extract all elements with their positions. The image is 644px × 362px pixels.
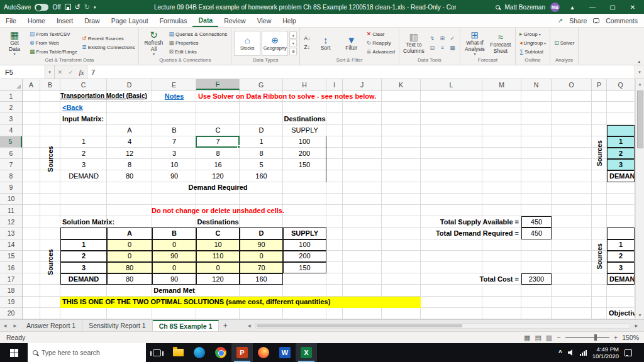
clock[interactable]: 4:49 PM 10/1/2020 <box>592 346 619 359</box>
network-icon[interactable] <box>580 350 587 356</box>
cell-H4[interactable]: SUPPLY <box>283 125 326 136</box>
page-break-view-icon[interactable]: ▥ <box>546 334 552 341</box>
cell-Q7[interactable]: 3 <box>607 159 635 170</box>
expand-formula-bar-icon[interactable]: ▾ <box>635 65 644 79</box>
cell-D7[interactable]: 8 <box>107 159 152 170</box>
row-header-12[interactable]: 12 <box>0 216 22 228</box>
ribbon-sort-button[interactable]: ↕Sort <box>314 29 338 57</box>
cell-C12[interactable]: Solution Matrix: <box>60 216 107 228</box>
tab-page-layout[interactable]: Page Layout <box>106 14 154 27</box>
ribbon-filter-button[interactable]: ▼Filter <box>340 29 364 57</box>
row-header-15[interactable]: 15 <box>0 251 22 262</box>
horizontal-scroll-thumb[interactable] <box>257 324 462 327</box>
tab-view[interactable]: View <box>252 14 277 27</box>
ribbon-recent-sources-button[interactable]: ↺Recent Sources <box>80 35 136 43</box>
row-header-16[interactable]: 16 <box>0 262 22 273</box>
cell-E4[interactable]: B <box>152 125 196 136</box>
row-header-7[interactable]: 7 <box>0 159 22 170</box>
taskbar-task-view-button[interactable] <box>146 343 167 362</box>
cell-H5[interactable]: 100 <box>283 136 326 148</box>
zoom-out-icon[interactable]: − <box>557 334 560 341</box>
row-header-9[interactable]: 9 <box>0 182 22 194</box>
formula-input[interactable]: 7 <box>87 65 635 79</box>
cell-D14[interactable]: 0 <box>107 239 152 251</box>
new-sheet-button[interactable]: + <box>219 320 231 331</box>
normal-view-icon[interactable]: ▦ <box>524 334 530 341</box>
ribbon-sort-az-button[interactable]: A↓ <box>303 35 312 43</box>
collapse-ribbon-icon[interactable]: ▴ <box>638 59 640 64</box>
cell-Q5[interactable]: 1 <box>607 136 635 148</box>
column-header-g[interactable]: G <box>240 79 283 90</box>
row-header-11[interactable]: 11 <box>0 205 22 216</box>
taskbar-excel-button[interactable]: X <box>296 343 317 362</box>
sheet-tab-sensitivity-report-1[interactable]: Sensitivity Report 1 <box>82 320 152 331</box>
cell-F13[interactable]: C <box>196 228 240 239</box>
column-header-h[interactable]: H <box>283 79 326 90</box>
horizontal-scroll-track[interactable] <box>255 323 630 329</box>
ribbon-ungroup-button[interactable]: ◂Ungroup▾ <box>518 39 547 47</box>
cell-G8[interactable]: 160 <box>240 170 283 182</box>
cell-H3[interactable]: Destinations <box>283 113 326 124</box>
ribbon-stocks-tile[interactable]: ⌂Stocks <box>234 31 260 56</box>
ribbon-group-button[interactable]: ▸Group▾ <box>518 30 547 38</box>
vertical-scrollbar[interactable]: ▲ ▼ <box>635 79 644 319</box>
ribbon-existing-connections-button[interactable]: ≣Existing Connections <box>80 43 136 52</box>
row-header-8[interactable]: 8 <box>0 170 22 182</box>
cell-D5[interactable]: 4 <box>107 136 152 148</box>
gallery-more-icon[interactable]: ≣ <box>289 48 297 55</box>
search-icon[interactable] <box>496 5 500 9</box>
cell-C14[interactable]: 1 <box>60 239 107 251</box>
taskbar-chrome-button[interactable] <box>210 343 231 362</box>
column-header-b[interactable]: B <box>40 79 60 90</box>
ribbon-manage-data-model-button[interactable]: ▦ <box>448 43 457 52</box>
tab-insert[interactable]: Insert <box>51 14 79 27</box>
horizontal-scrollbar[interactable]: ◄ ► <box>244 320 641 331</box>
sheet-nav-left-icon[interactable]: ◄ <box>0 320 10 331</box>
cell-N13[interactable]: 450 <box>521 228 552 239</box>
column-header-p[interactable]: P <box>592 79 607 90</box>
zoom-level[interactable]: 150% <box>622 334 639 341</box>
vertical-scroll-thumb[interactable] <box>637 90 643 148</box>
cell-C3[interactable]: Input Matrix: <box>60 113 107 124</box>
ribbon-from-web-button[interactable]: ⊕From Web <box>28 39 79 47</box>
ribbon-reapply-button[interactable]: ↻Reapply <box>365 39 396 47</box>
cell-G15[interactable]: 0 <box>240 251 283 262</box>
cell-P14[interactable]: Sources <box>592 239 607 274</box>
ribbon-data-validation-button[interactable]: ✓ <box>448 34 457 43</box>
cell-C1[interactable]: Transportation Model (Basic) <box>60 90 152 102</box>
tab-formulas[interactable]: Formulas <box>154 14 193 27</box>
cell-B5[interactable]: Sources <box>40 136 60 182</box>
cell-C2[interactable]: <Back <box>60 102 107 113</box>
cell-C8[interactable]: DEMAND <box>60 170 107 182</box>
column-header-o[interactable]: O <box>552 79 592 90</box>
zoom-slider[interactable] <box>565 337 609 338</box>
ribbon-refresh-all-button[interactable]: ↻Refresh All▾ <box>142 29 165 57</box>
ribbon-queries-connections-button[interactable]: ▤Queries & Connections <box>167 30 228 38</box>
cell-E17[interactable]: 90 <box>152 273 196 285</box>
ribbon-edit-links-button[interactable]: ⊠Edit Links <box>167 48 228 56</box>
ribbon-sort-za-button[interactable]: Z↓ <box>303 43 312 52</box>
cell-C17[interactable]: DEMAND <box>60 273 107 285</box>
tab-help[interactable]: Help <box>277 14 302 27</box>
column-header-k[interactable]: K <box>382 79 421 90</box>
ribbon-remove-duplicates-button[interactable]: ⊞ <box>438 34 447 43</box>
cell-Q8[interactable]: DEMAND <box>607 170 635 182</box>
page-layout-view-icon[interactable]: ▤ <box>535 334 541 341</box>
share-button[interactable]: Share <box>569 17 587 25</box>
ribbon-flash-fill-button[interactable]: ↯ <box>428 34 437 43</box>
cell-F5[interactable]: 7 <box>196 136 240 148</box>
ribbon-geography-tile[interactable]: ⊕Geography <box>262 31 288 56</box>
cell-G13[interactable]: D <box>240 228 283 239</box>
zoom-slider-thumb[interactable] <box>594 334 597 341</box>
cell-Q20[interactable]: Objective <box>607 308 635 319</box>
cell-G16[interactable]: 70 <box>240 262 283 273</box>
cell-E18[interactable]: Demand Met <box>152 285 196 296</box>
select-all-corner[interactable] <box>0 79 23 90</box>
cell-F4[interactable]: C <box>196 125 240 136</box>
cell-E1[interactable]: Notes <box>152 90 196 102</box>
row-header-5[interactable]: 5 <box>0 136 22 148</box>
row-header-2[interactable]: 2 <box>0 102 22 113</box>
column-header-e[interactable]: E <box>152 79 196 90</box>
cell-F16[interactable]: 0 <box>196 262 240 273</box>
action-center-icon[interactable] <box>625 349 632 356</box>
